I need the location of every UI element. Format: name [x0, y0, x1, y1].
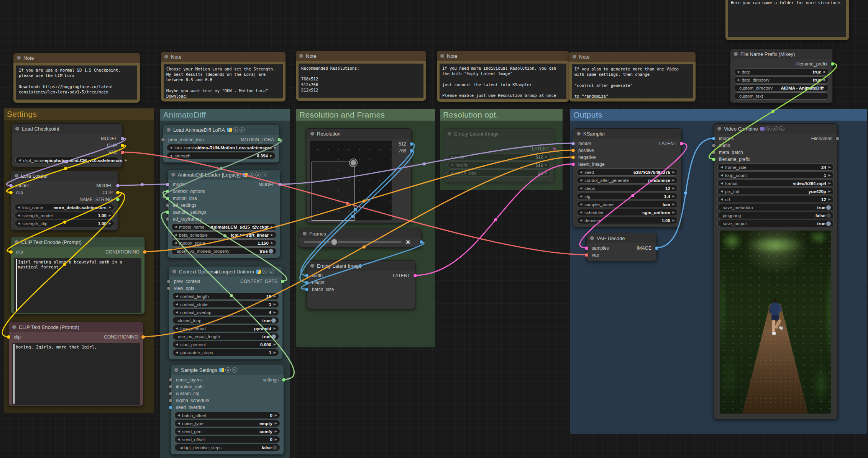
widget-save-output[interactable]: save_outputtrue: [717, 220, 834, 227]
output-port-frames[interactable]: [420, 240, 423, 244]
node-file-name-prefix[interactable]: File Name Prefix (Mikey) filename_prefix…: [730, 49, 833, 103]
stepper-left-icon[interactable]: ◀: [18, 159, 21, 162]
stepper-left-icon[interactable]: ◀: [580, 211, 582, 214]
collapse-dot-icon[interactable]: [167, 128, 171, 132]
toggle-icon[interactable]: [826, 221, 831, 226]
widget-frame-rate[interactable]: ◀frame_rate24▶: [717, 164, 834, 171]
collapse-dot-icon[interactable]: [303, 232, 307, 236]
stepper-right-icon[interactable]: ▶: [545, 172, 548, 175]
output-port-conditioning[interactable]: [143, 250, 146, 254]
output-port-settings[interactable]: [282, 378, 286, 382]
note-header[interactable]: Note: [569, 52, 696, 62]
widget-control-after-generate[interactable]: ◀control_after_generaterandomize▶: [577, 177, 678, 184]
resolution-selection[interactable]: [312, 162, 354, 221]
widget-lora-name[interactable]: ◀lora_nameaidma-RUN-Motion Lora.safetens…: [167, 144, 276, 151]
stepper-left-icon[interactable]: ◀: [174, 242, 177, 245]
input-port-model[interactable]: [9, 184, 13, 188]
input-port-ad-settings[interactable]: [166, 204, 169, 207]
collapse-dot-icon[interactable]: [171, 173, 175, 177]
stepper-right-icon[interactable]: ▶: [829, 174, 831, 177]
collapse-dot-icon[interactable]: [590, 236, 594, 240]
stepper-right-icon[interactable]: ▶: [829, 190, 831, 193]
frames-slider[interactable]: [304, 241, 402, 243]
input-port-prev-context[interactable]: [167, 280, 171, 283]
stepper-right-icon[interactable]: ▶: [824, 70, 826, 74]
stepper-left-icon[interactable]: ◀: [170, 146, 172, 149]
stepper-right-icon[interactable]: ▶: [275, 414, 277, 417]
output-port-vae[interactable]: [121, 151, 124, 154]
input-port-filename-prefix[interactable]: [712, 158, 715, 161]
stepper-left-icon[interactable]: ◀: [451, 172, 453, 175]
stepper-right-icon[interactable]: ▶: [673, 187, 675, 190]
stepper-right-icon[interactable]: ▶: [274, 295, 276, 298]
stepper-right-icon[interactable]: ▶: [673, 211, 675, 214]
node-header[interactable]: KSampler: [573, 129, 681, 139]
group-animatediff-title[interactable]: AnimateDiff: [160, 109, 290, 121]
node-load-checkpoint[interactable]: Load Checkpoint MODEL CLIP VAE ◀ckpt_nam…: [11, 123, 123, 167]
stepper-right-icon[interactable]: ▶: [274, 311, 276, 314]
prompt-textarea[interactable]: boring, 2girls, more that 1girl,: [12, 343, 140, 405]
input-port-images[interactable]: [712, 137, 715, 141]
output-port-latent[interactable]: [680, 142, 683, 146]
node-lora-loader[interactable]: Lora Loader modelMODEL clipCLIP NAME_STR…: [11, 170, 118, 231]
stepper-right-icon[interactable]: ▶: [109, 222, 111, 225]
stepper-left-icon[interactable]: ◀: [737, 70, 739, 74]
stepper-right-icon[interactable]: ▶: [829, 182, 831, 185]
note-randomize-seed[interactable]: Note If you plan to generate more than o…: [569, 52, 696, 101]
node-context-options[interactable]: Context Options◆Looped UniformAD prev_co…: [169, 266, 283, 360]
input-port-ad-keyframes[interactable]: [166, 218, 169, 221]
collapse-dot-icon[interactable]: [440, 54, 444, 58]
stepper-left-icon[interactable]: ◀: [170, 154, 172, 157]
stepper-left-icon[interactable]: ◀: [176, 351, 178, 354]
output-port-width[interactable]: [410, 142, 413, 146]
input-port-positive[interactable]: [571, 149, 575, 152]
stepper-left-icon[interactable]: ◀: [176, 327, 178, 330]
widget-use-on-equal-length[interactable]: use_on_equal_lengthtrue: [172, 333, 279, 340]
input-port-iteration-opts[interactable]: [169, 385, 172, 389]
widget-date[interactable]: ◀datetrue▶: [734, 68, 829, 75]
node-header[interactable]: Sample SettingsAD: [171, 365, 284, 375]
widget-motion-scale[interactable]: ◀motion_scale1.150▶: [171, 239, 276, 247]
input-port-samples[interactable]: [585, 247, 588, 250]
input-port-prev-motion-lora[interactable]: [161, 138, 165, 142]
input-port-audio[interactable]: [712, 144, 715, 147]
note-individual-resolution[interactable]: Note If you need more individual Resolut…: [437, 51, 569, 102]
stepper-right-icon[interactable]: ▶: [271, 242, 273, 245]
collapse-dot-icon[interactable]: [299, 54, 303, 58]
node-resolution[interactable]: Resolution 512 768: [307, 128, 412, 223]
prompt-textarea[interactable]: 1girl running along a beautyful path in …: [14, 258, 141, 313]
toggle-icon[interactable]: [826, 213, 831, 218]
output-port-context-opts[interactable]: [281, 280, 284, 283]
node-header[interactable]: File Name Prefix (Mikey): [730, 49, 832, 59]
toggle-icon[interactable]: [271, 334, 276, 339]
collapse-dot-icon[interactable]: [15, 174, 18, 178]
widget-context-length[interactable]: ◀context_length16▶: [172, 293, 279, 300]
stepper-right-icon[interactable]: ▶: [673, 219, 675, 222]
widget-seed-offset[interactable]: ◀seed_offset0▶: [174, 436, 280, 443]
widget-batch-offset[interactable]: ◀batch_offset0▶: [174, 412, 280, 419]
stepper-left-icon[interactable]: ◀: [580, 203, 582, 206]
widget-strength[interactable]: ◀strength0.394▶: [167, 152, 276, 159]
node-header[interactable]: Frames: [299, 229, 421, 238]
node-load-animatediff-lora[interactable]: Load AnimateDiff LoRAAD prev_motion_lora…: [163, 124, 279, 163]
widget-custom-directory[interactable]: custom_directoryAIDMA - AnimateDIff: [734, 84, 829, 92]
input-port-sigma-schedule[interactable]: [169, 399, 172, 402]
node-ksampler[interactable]: KSampler modelLATENT positive negative l…: [573, 128, 682, 227]
stepper-left-icon[interactable]: ◀: [176, 311, 178, 314]
stepper-left-icon[interactable]: ◀: [177, 430, 180, 433]
widget-steps[interactable]: ◀steps12▶: [577, 185, 678, 192]
node-header[interactable]: Empty Latent Image: [307, 261, 415, 271]
toggle-icon[interactable]: [271, 318, 276, 323]
group-resolution-opt-title[interactable]: Resolution opt.: [440, 109, 563, 121]
stepper-right-icon[interactable]: ▶: [545, 155, 548, 159]
resolution-pad-handle[interactable]: [349, 159, 357, 167]
toggle-icon[interactable]: [826, 205, 831, 210]
stepper-left-icon[interactable]: ◀: [174, 226, 177, 229]
stepper-right-icon[interactable]: ▶: [274, 327, 276, 330]
widget-context-stride[interactable]: ◀context_stride1▶: [172, 301, 279, 308]
stepper-left-icon[interactable]: ◀: [737, 79, 739, 82]
stepper-left-icon[interactable]: ◀: [177, 414, 180, 417]
collapse-dot-icon[interactable]: [573, 55, 576, 59]
collapse-dot-icon[interactable]: [164, 55, 168, 59]
stepper-left-icon[interactable]: ◀: [720, 182, 723, 185]
